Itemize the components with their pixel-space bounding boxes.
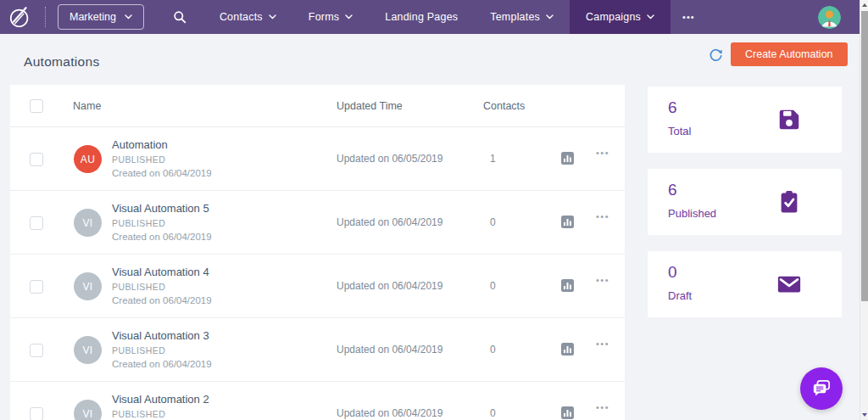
- ellipsis-icon[interactable]: •••: [596, 275, 609, 285]
- automation-name-link[interactable]: Visual Automation 4: [112, 266, 209, 278]
- scroll-up-arrow-icon[interactable]: [860, 0, 868, 10]
- chevron-down-icon: [647, 14, 654, 20]
- app-menu-label: Marketing: [70, 11, 116, 23]
- row-checkbox[interactable]: [30, 280, 43, 294]
- nav-item-label: Landing Pages: [385, 11, 458, 23]
- bar-chart-icon[interactable]: [561, 406, 574, 419]
- table-header-row: Name Updated Time Contacts: [10, 85, 625, 127]
- scroll-down-arrow-icon[interactable]: [860, 410, 868, 420]
- stat-value: 6: [668, 98, 677, 117]
- refresh-icon[interactable]: [709, 48, 723, 62]
- stat-value: 6: [668, 181, 677, 199]
- row-checkbox[interactable]: [30, 153, 43, 166]
- contacts-count: 0: [490, 280, 496, 292]
- stat-card-published: 6 Published: [648, 169, 842, 235]
- automation-name-link[interactable]: Visual Automation 5: [112, 202, 209, 215]
- select-all-checkbox[interactable]: [30, 99, 43, 113]
- vertical-scrollbar[interactable]: [860, 0, 868, 420]
- bar-chart-icon[interactable]: [561, 216, 574, 228]
- row-checkbox[interactable]: [30, 344, 43, 357]
- status-badge: PUBLISHED: [112, 409, 165, 419]
- table-row: VI Visual Automation 4 PUBLISHED Created…: [10, 255, 625, 318]
- stat-card-total: 6 Total: [648, 87, 842, 153]
- updated-date: Updated on 06/04/2019: [337, 344, 442, 356]
- chevron-down-icon: [125, 14, 132, 20]
- updated-date: Updated on 06/05/2019: [337, 153, 442, 165]
- ellipsis-icon[interactable]: •••: [596, 402, 609, 412]
- chevron-down-icon: [546, 14, 554, 20]
- primary-nav: Contacts Forms Landing Pages Templates C…: [203, 0, 670, 34]
- table-row: VI Visual Automation 3 PUBLISHED Created…: [10, 318, 625, 382]
- status-badge: PUBLISHED: [112, 345, 165, 356]
- bar-chart-icon[interactable]: [561, 152, 574, 165]
- chevron-down-icon: [345, 14, 353, 20]
- created-date: Created on 06/04/2019: [112, 232, 212, 242]
- user-avatar[interactable]: [818, 6, 841, 29]
- created-date: Created on 06/04/2019: [112, 295, 212, 305]
- app-menu-button[interactable]: Marketing: [58, 4, 144, 30]
- nav-item-label: Campaigns: [586, 11, 641, 23]
- nav-item-templates[interactable]: Templates: [474, 0, 570, 34]
- search-icon[interactable]: [168, 5, 192, 29]
- table-row: VI Visual Automation 2 PUBLISHED Created…: [10, 382, 625, 420]
- column-header-contacts: Contacts: [483, 100, 525, 112]
- contacts-count: 0: [490, 216, 496, 228]
- nav-item-label: Contacts: [220, 11, 263, 23]
- navbar-divider: [45, 7, 46, 27]
- contacts-count: 0: [490, 344, 496, 356]
- stat-value: 0: [668, 263, 677, 282]
- chevron-down-icon: [269, 14, 276, 20]
- clipboard-check-icon: [776, 189, 802, 215]
- contacts-count: 0: [490, 407, 496, 419]
- top-navbar: Marketing Contacts Forms Landing Pages T…: [0, 0, 860, 34]
- ellipsis-icon[interactable]: •••: [596, 148, 609, 158]
- nav-item-contacts[interactable]: Contacts: [203, 0, 292, 34]
- row-avatar: VI: [74, 272, 102, 300]
- nav-item-campaigns[interactable]: Campaigns: [570, 0, 670, 34]
- app-logo-icon[interactable]: [8, 4, 33, 30]
- updated-date: Updated on 06/04/2019: [337, 280, 442, 292]
- nav-item-label: Forms: [309, 11, 339, 23]
- chat-button[interactable]: [800, 367, 843, 410]
- page-header: Automations Create Automation: [0, 34, 860, 85]
- ellipsis-icon[interactable]: •••: [596, 339, 609, 349]
- row-checkbox[interactable]: [30, 407, 43, 420]
- nav-item-label: Templates: [490, 11, 540, 23]
- column-header-updated-time: Updated Time: [337, 100, 403, 112]
- automations-table: Name Updated Time Contacts AU Automation…: [10, 85, 625, 420]
- page-title: Automations: [24, 54, 99, 70]
- stat-label: Published: [668, 207, 716, 220]
- save-icon: [776, 107, 802, 132]
- status-badge: PUBLISHED: [112, 218, 165, 228]
- envelope-icon: [776, 272, 802, 297]
- automation-name-link[interactable]: Visual Automation 3: [112, 329, 209, 342]
- more-menu-icon[interactable]: •••: [670, 12, 707, 22]
- status-badge: PUBLISHED: [112, 154, 165, 165]
- created-date: Created on 06/04/2019: [112, 359, 212, 369]
- row-avatar: VI: [74, 336, 102, 364]
- create-automation-button[interactable]: Create Automation: [731, 42, 848, 66]
- chat-bubbles-icon: [810, 378, 832, 400]
- nav-item-landing-pages[interactable]: Landing Pages: [369, 0, 474, 34]
- stat-label: Total: [668, 125, 691, 137]
- automation-name-link[interactable]: Automation: [112, 138, 168, 151]
- bar-chart-icon[interactable]: [561, 343, 574, 356]
- contacts-count: 1: [490, 153, 496, 165]
- row-checkbox[interactable]: [30, 216, 43, 230]
- nav-item-forms[interactable]: Forms: [292, 0, 369, 34]
- created-date: Created on 06/04/2019: [112, 168, 212, 178]
- row-avatar: AU: [74, 145, 102, 173]
- automation-name-link[interactable]: Visual Automation 2: [112, 393, 209, 406]
- updated-date: Updated on 06/04/2019: [337, 216, 442, 228]
- ellipsis-icon[interactable]: •••: [596, 211, 609, 221]
- row-avatar: VI: [74, 209, 102, 237]
- scrollbar-thumb[interactable]: [861, 11, 868, 301]
- row-avatar: VI: [74, 400, 102, 420]
- table-row: AU Automation PUBLISHED Created on 06/04…: [10, 127, 625, 191]
- stat-card-draft: 0 Draft: [648, 251, 842, 317]
- bar-chart-icon[interactable]: [561, 279, 574, 292]
- updated-date: Updated on 06/04/2019: [337, 407, 442, 419]
- table-row: VI Visual Automation 5 PUBLISHED Created…: [10, 191, 625, 255]
- stat-label: Draft: [668, 289, 692, 302]
- column-header-name: Name: [73, 100, 101, 112]
